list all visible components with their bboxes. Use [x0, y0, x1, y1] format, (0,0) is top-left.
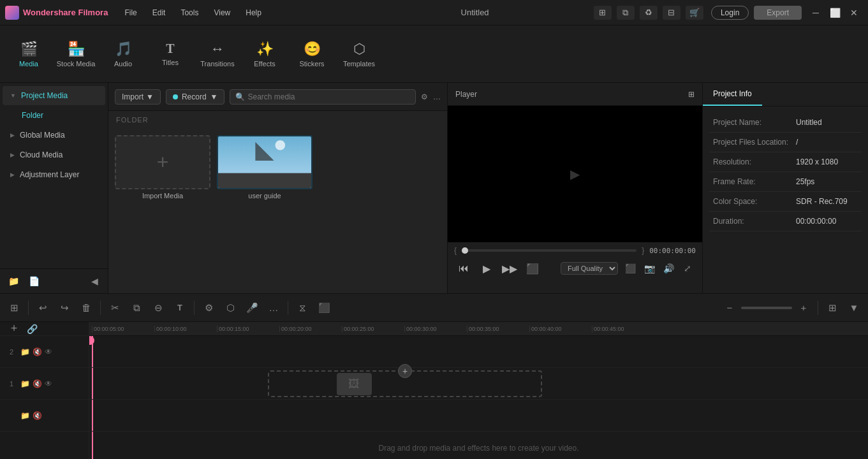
zoom-out-button[interactable]: − — [721, 299, 739, 317]
tl-text-button[interactable]: T — [171, 299, 189, 317]
player-expand-icon[interactable]: ⊞ — [688, 90, 695, 99]
tl-delete-button[interactable]: 🗑 — [77, 299, 95, 317]
zoom-in-button[interactable]: + — [795, 299, 813, 317]
more-icon[interactable]: … — [433, 92, 441, 101]
sidebar-item-project-media[interactable]: ▼ Project Media — [3, 86, 105, 105]
close-button[interactable]: ✕ — [845, 6, 863, 20]
ruler-mark-4: 00:00:25:00 — [342, 326, 404, 332]
prev-frame-button[interactable]: ⏮ — [454, 259, 473, 278]
menu-view[interactable]: View — [207, 6, 237, 20]
tl-unlink-button[interactable]: ⊖ — [149, 299, 167, 317]
login-button[interactable]: Login — [711, 6, 749, 20]
tl-undo-button[interactable]: ↩ — [34, 299, 52, 317]
copy-icon[interactable]: ⧉ — [617, 6, 635, 20]
screen-icon[interactable]: ⬛ — [622, 260, 638, 277]
timeline-ruler: 00:00:05:00 00:00:10:00 00:00:15:00 00:0… — [89, 322, 868, 336]
track-folder-icon-audio[interactable]: 📁 — [20, 411, 30, 420]
link-tracks-button[interactable]: 🔗 — [23, 322, 41, 338]
minimize-button[interactable]: ─ — [807, 6, 825, 20]
tl-redo-button[interactable]: ↪ — [55, 299, 73, 317]
export-button[interactable]: Export — [754, 6, 802, 20]
filter-icon[interactable]: ⚙ — [421, 92, 428, 101]
layout-icon[interactable]: ⊟ — [663, 6, 680, 20]
import-media-label: Import Media — [142, 192, 183, 200]
progress-bar[interactable] — [462, 249, 636, 252]
tl-subtitle-button[interactable]: ⬛ — [315, 299, 333, 317]
media-icon: 🎬 — [20, 41, 38, 57]
snapshot-icon[interactable]: 📷 — [641, 260, 658, 277]
toolbar-effects[interactable]: ✨ Effects — [242, 29, 287, 79]
grid-icon[interactable]: ⊞ — [594, 6, 612, 20]
tl-copy-button[interactable]: ⧉ — [128, 299, 145, 317]
quality-select[interactable]: Full Quality1/2 Quality1/4 Quality — [561, 262, 618, 275]
toolbar-templates[interactable]: ⬡ Templates — [337, 29, 381, 79]
audio-icon: 🎵 — [115, 41, 132, 57]
player-extras: ⬛ 📷 🔊 ⤢ — [622, 260, 696, 277]
track-mute-icon-2[interactable]: 🔇 — [33, 347, 42, 356]
zoom-slider[interactable] — [741, 307, 792, 309]
progress-handle[interactable] — [462, 247, 468, 254]
toolbar-titles[interactable]: T Titles — [148, 29, 193, 79]
track-eye-icon-1[interactable]: 👁 — [45, 379, 52, 388]
maximize-button[interactable]: ⬜ — [826, 6, 844, 20]
tl-marker-button[interactable]: ⬡ — [221, 299, 239, 317]
next-frame-button[interactable]: ▶▶ — [500, 259, 519, 278]
sync-icon[interactable]: ♻ — [640, 6, 658, 20]
sidebar-cloud-media-label: Cloud Media — [20, 150, 63, 159]
tl-record-button[interactable]: 🎤 — [243, 299, 261, 317]
sidebar-item-adjustment-layer[interactable]: ▶ Adjustment Layer — [3, 165, 105, 184]
collapse-panel-button[interactable]: ◀ — [86, 273, 103, 289]
add-file-button[interactable]: 📄 — [26, 273, 42, 289]
arrow-icon-4: ▶ — [10, 171, 15, 178]
track-num-2: 2 — [5, 348, 18, 356]
ruler-marks: 00:00:05:00 00:00:10:00 00:00:15:00 00:0… — [92, 326, 868, 332]
play-button[interactable]: ▶ — [477, 259, 496, 278]
user-guide-thumb — [217, 135, 313, 189]
sidebar-project-media-label: Project Media — [21, 91, 68, 100]
toolbar-transitions[interactable]: ↔ Transitions — [195, 29, 240, 79]
cart-icon[interactable]: 🛒 — [686, 6, 703, 20]
menu-help[interactable]: Help — [239, 6, 268, 20]
search-input[interactable] — [247, 92, 410, 101]
menu-edit[interactable]: Edit — [146, 6, 172, 20]
right-panels: Player ⊞ ▶ { } 00:00:00:00 ⏮ ▶ ▶▶ — [447, 83, 868, 293]
tab-project-info[interactable]: Project Info — [703, 83, 762, 106]
track-eye-icon-2[interactable]: 👁 — [45, 347, 52, 356]
import-media-item[interactable]: + Import Media — [115, 135, 210, 200]
sidebar-item-folder[interactable]: Folder — [3, 106, 105, 125]
tl-layout-button[interactable]: ⊞ — [823, 299, 841, 317]
add-media-button[interactable]: + — [398, 364, 412, 378]
tl-grid-button[interactable]: ⊞ — [5, 299, 23, 317]
fullscreen-icon[interactable]: ⤢ — [679, 260, 696, 277]
add-track-button[interactable]: + — [5, 322, 23, 338]
app-name: Wondershare Filmora — [23, 8, 108, 17]
info-rows: Project Name: Untitled Project Files Loc… — [703, 106, 868, 238]
menu-tools[interactable]: Tools — [174, 6, 205, 20]
record-button[interactable]: Record ▼ — [166, 89, 225, 105]
track-mute-icon-1[interactable]: 🔇 — [33, 379, 42, 388]
track-folder-icon-1[interactable]: 📁 — [20, 379, 30, 388]
tl-expand-button[interactable]: ▼ — [845, 299, 863, 317]
add-folder-button[interactable]: 📁 — [5, 273, 22, 289]
toolbar-stickers[interactable]: 😊 Stickers — [290, 29, 334, 79]
import-media-thumb[interactable]: + — [115, 135, 210, 189]
toolbar-audio[interactable]: 🎵 Audio — [101, 29, 145, 79]
sidebar-folder-label: Folder — [22, 111, 43, 120]
tl-settings-button[interactable]: ⚙ — [200, 299, 217, 317]
search-box[interactable]: 🔍 — [230, 89, 416, 105]
tl-more-button[interactable]: … — [265, 299, 283, 317]
tl-cut-button[interactable]: ✂ — [106, 299, 124, 317]
sidebar-item-cloud-media[interactable]: ▶ Cloud Media — [3, 145, 105, 164]
sidebar-item-global-media[interactable]: ▶ Global Media — [3, 126, 105, 145]
menu-file[interactable]: File — [118, 6, 143, 20]
import-button[interactable]: Import ▼ — [115, 89, 161, 105]
toolbar-stock-media[interactable]: 🏪 Stock Media — [54, 29, 98, 79]
toolbar-media[interactable]: 🎬 Media — [6, 29, 51, 79]
stop-button[interactable]: ⬛ — [523, 259, 542, 278]
volume-icon[interactable]: 🔊 — [660, 260, 677, 277]
user-guide-media-item[interactable]: user guide — [217, 135, 313, 200]
toolbar-media-label: Media — [19, 60, 38, 68]
tl-snap-button[interactable]: ⧖ — [293, 299, 311, 317]
track-folder-icon-2[interactable]: 📁 — [20, 347, 30, 356]
track-mute-icon-audio[interactable]: 🔇 — [33, 411, 42, 420]
